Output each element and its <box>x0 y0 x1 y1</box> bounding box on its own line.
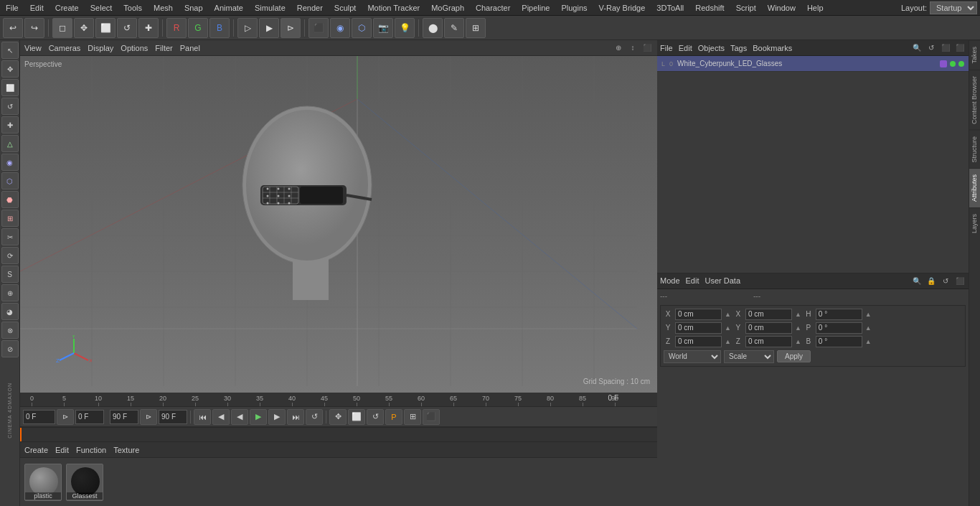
y-size-arrow[interactable]: ▲ <box>795 324 801 332</box>
attr-lock-icon[interactable]: 🔒 <box>925 275 937 286</box>
menu-tools[interactable]: Tools <box>118 2 148 14</box>
sidebar-rotate-tool[interactable]: ↺ <box>1 98 19 115</box>
go-to-start-button[interactable]: ⏮ <box>194 409 211 425</box>
menu-pipeline[interactable]: Pipeline <box>516 2 555 14</box>
objects-settings-icon[interactable]: ⬛ <box>940 42 951 54</box>
sidebar-spline-tool[interactable]: ◉ <box>1 154 19 171</box>
b-rot-arrow[interactable]: ▲ <box>865 338 872 345</box>
axis-y-button[interactable]: G <box>188 18 208 38</box>
sidebar-scale-tool[interactable]: ⬜ <box>1 79 19 96</box>
viewport-menu-filter[interactable]: Filter <box>155 44 172 52</box>
vtab-attributes[interactable]: Attributes <box>969 168 980 207</box>
attr-userdata-menu[interactable]: User Data <box>705 276 741 285</box>
objects-search-icon[interactable]: 🔍 <box>911 42 923 54</box>
viewport-icon-1[interactable]: ⊕ <box>613 42 624 54</box>
rotate-tool-button[interactable]: ↺ <box>117 18 137 38</box>
objects-edit-menu[interactable]: Edit <box>679 44 692 52</box>
z-pos-arrow[interactable]: ▲ <box>725 338 731 345</box>
sculpt-button[interactable]: ⬤ <box>423 18 443 38</box>
x-pos-input[interactable] <box>675 309 722 320</box>
viewport-menu-view[interactable]: View <box>24 44 42 52</box>
sidebar-loop-tool[interactable]: ⟳ <box>1 247 19 264</box>
viewport-menu-cameras[interactable]: Cameras <box>49 44 81 52</box>
end-frame-input2[interactable] <box>159 410 187 424</box>
material-texture-menu[interactable]: Texture <box>113 446 139 454</box>
axis-x-button[interactable]: R <box>166 18 187 38</box>
menu-script[interactable]: Script <box>730 2 762 14</box>
sidebar-deformer-tool[interactable]: ⊞ <box>1 210 19 227</box>
render-view-button[interactable]: ▶ <box>259 18 279 38</box>
loop-button[interactable]: ↺ <box>306 409 323 425</box>
y-pos-arrow[interactable]: ▲ <box>725 324 731 332</box>
timeline-grid-button[interactable]: ⊞ <box>404 409 421 425</box>
menu-mograph[interactable]: MoGraph <box>425 2 470 14</box>
material-plastic[interactable]: plastic <box>24 464 62 501</box>
sidebar-move-tool[interactable]: ✥ <box>1 60 19 78</box>
sidebar-cursor-tool[interactable]: ↖ <box>1 42 19 59</box>
set-start-frame[interactable]: ⊳ <box>57 409 74 425</box>
menu-snap[interactable]: Snap <box>179 2 209 14</box>
sidebar-polygon-tool[interactable]: △ <box>1 135 19 152</box>
light-button[interactable]: 💡 <box>395 18 415 38</box>
attr-edit-menu[interactable]: Edit <box>686 276 699 285</box>
x-size-input[interactable] <box>745 309 792 320</box>
z-size-arrow[interactable]: ▲ <box>795 338 801 345</box>
axis-z-button[interactable]: B <box>209 18 230 38</box>
play-backwards-button[interactable]: ◀ <box>231 409 248 425</box>
move-tool-button[interactable]: ✥ <box>74 18 94 38</box>
objects-file-menu[interactable]: File <box>660 44 673 52</box>
vtab-structure[interactable]: Structure <box>969 130 980 169</box>
camera-button[interactable]: 📷 <box>373 18 393 38</box>
menu-window[interactable]: Window <box>762 2 801 14</box>
menu-animate[interactable]: Animate <box>209 2 249 14</box>
y-size-input[interactable] <box>745 322 792 334</box>
z-size-input[interactable] <box>745 336 792 347</box>
sidebar-nurbs-tool[interactable]: ⬡ <box>1 172 19 189</box>
sidebar-cut-tool[interactable]: ✂ <box>1 228 19 245</box>
sidebar-smooth-tool[interactable]: S <box>1 266 19 283</box>
layout-select[interactable]: Startup <box>930 1 977 14</box>
h-rot-input[interactable] <box>816 309 862 320</box>
attr-refresh-icon[interactable]: ↺ <box>940 275 951 286</box>
timeline-last-button[interactable]: ⬛ <box>423 409 440 425</box>
menu-3dtoall[interactable]: 3DToAll <box>651 2 689 14</box>
p-rot-arrow[interactable]: ▲ <box>865 324 872 332</box>
sidebar-paint-tool[interactable]: ⊗ <box>1 322 19 339</box>
end-frame-input[interactable] <box>110 410 138 424</box>
sidebar-extrude-tool[interactable]: ⊕ <box>1 284 19 301</box>
go-to-end-button[interactable]: ⏭ <box>287 409 304 425</box>
objects-bookmarks-menu[interactable]: Bookmarks <box>753 44 792 52</box>
vtab-content-browser[interactable]: Content Browser <box>969 70 980 130</box>
material-function-menu[interactable]: Function <box>76 446 106 454</box>
menu-render[interactable]: Render <box>291 2 329 14</box>
sphere-button[interactable]: ◉ <box>330 18 350 38</box>
z-pos-input[interactable] <box>675 336 722 347</box>
objects-refresh-icon[interactable]: ↺ <box>925 42 937 54</box>
set-end-frame[interactable]: ⊳ <box>140 409 157 425</box>
world-dropdown[interactable]: World <box>664 350 721 363</box>
objects-expand-icon[interactable]: ⬛ <box>954 42 966 54</box>
menu-sculpt[interactable]: Sculpt <box>329 2 362 14</box>
menu-vray[interactable]: V-Ray Bridge <box>593 2 651 14</box>
paint-button[interactable]: ✎ <box>444 18 464 38</box>
sidebar-sculpt-tool[interactable]: ◕ <box>1 303 19 320</box>
object-row-glasses[interactable]: L 0 White_Cyberpunk_LED_Glasses <box>657 56 969 72</box>
undo-button[interactable]: ↩ <box>3 18 23 38</box>
apply-button[interactable]: Apply <box>777 350 811 362</box>
attr-search-icon[interactable]: 🔍 <box>911 275 923 286</box>
p-rot-input[interactable] <box>816 322 862 334</box>
y-pos-input[interactable] <box>675 322 722 334</box>
viewport-menu-options[interactable]: Options <box>121 44 148 52</box>
timeline-rotate-tool[interactable]: ↺ <box>367 409 384 425</box>
x-pos-arrow[interactable]: ▲ <box>725 311 731 318</box>
start-frame-input[interactable] <box>75 410 104 424</box>
viewport-menu-display[interactable]: Display <box>88 44 113 52</box>
viewport-menu-panel[interactable]: Panel <box>180 44 200 52</box>
scale-dropdown[interactable]: Scale <box>724 350 774 363</box>
move-timeline-tool[interactable]: ✥ <box>329 409 347 425</box>
material-glass[interactable]: Glassest <box>66 464 103 501</box>
x-size-arrow[interactable]: ▲ <box>795 311 801 318</box>
scale-tool-button[interactable]: ⬜ <box>95 18 116 38</box>
sidebar-more-tool[interactable]: ⊘ <box>1 340 19 357</box>
timeline-key-button[interactable]: P <box>385 409 402 425</box>
